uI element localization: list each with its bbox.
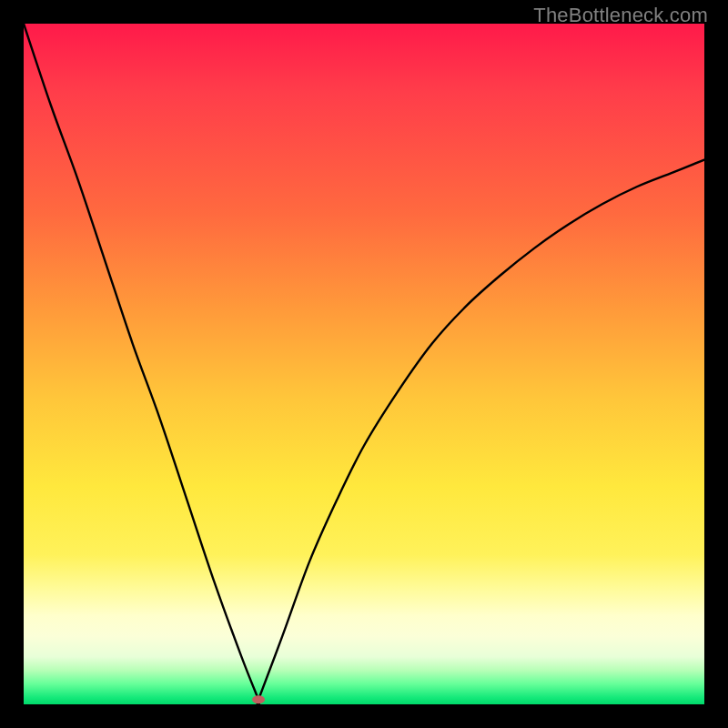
chart-container: TheBottleneck.com [0,0,728,728]
bottleneck-curve [24,24,704,704]
plot-area [24,24,704,704]
svg-point-0 [252,695,265,703]
